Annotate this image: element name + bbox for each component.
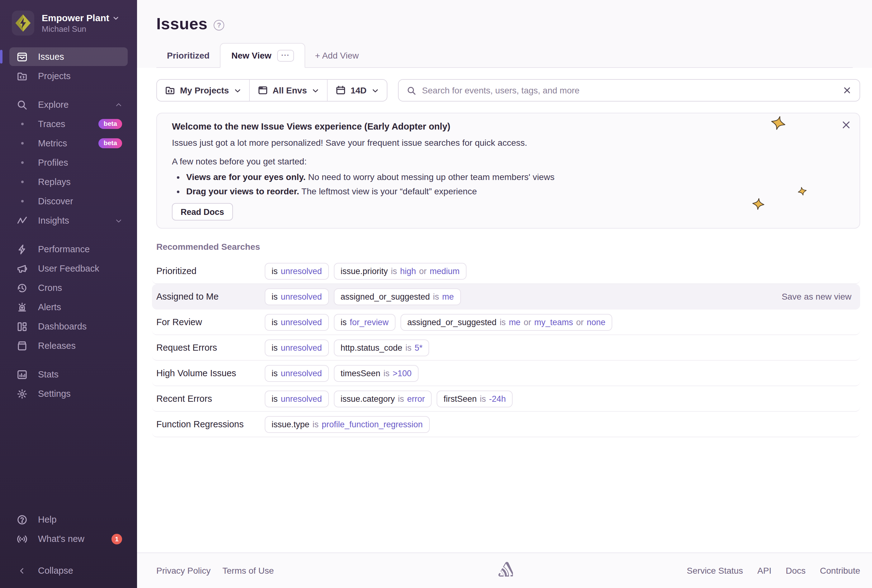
query-token-pill: isfor_review: [334, 314, 396, 330]
sidebar-item-whats-new[interactable]: What's new1: [9, 530, 128, 548]
sidebar-item-user-feedback[interactable]: User Feedback: [9, 259, 128, 278]
sidebar-item-label: Help: [38, 514, 57, 525]
user-name: Michael Sun: [42, 24, 119, 34]
footer-link[interactable]: API: [757, 566, 772, 576]
sidebar-item-label: Projects: [38, 71, 71, 81]
footer-links-right: Service StatusAPIDocsContribute: [687, 566, 860, 576]
sidebar-item-projects[interactable]: Projects: [9, 67, 128, 86]
tab-prioritized[interactable]: Prioritized: [156, 43, 220, 67]
query-token: is: [391, 266, 397, 276]
banner-bullet: Views are for your eyes only. No need to…: [186, 171, 845, 183]
query-token-pill: timesSeenis>100: [334, 365, 418, 381]
banner-notes: Views are for your eyes only. No need to…: [186, 171, 845, 198]
footer-link[interactable]: Service Status: [687, 566, 743, 576]
sidebar-item-explore[interactable]: Explore: [9, 95, 128, 114]
sidebar-item-profiles[interactable]: Profiles: [9, 153, 128, 172]
query-token: is: [271, 368, 278, 378]
org-switcher[interactable]: Empower Plant Michael Sun: [0, 0, 137, 43]
sidebar-item-alerts[interactable]: Alerts: [9, 298, 128, 316]
search-name: High Volume Issues: [156, 368, 265, 378]
query-token: is: [271, 292, 278, 301]
sidebar-item-settings[interactable]: Settings: [9, 384, 128, 403]
sidebar-nav: IssuesProjectsExploreTracesbetaMetricsbe…: [0, 47, 137, 404]
beta-badge: beta: [99, 119, 122, 129]
query-token-pill: issue.priorityishighormedium: [334, 262, 466, 279]
recommended-search-row[interactable]: Function Regressionsissue.typeisprofile_…: [152, 412, 860, 437]
lightning-icon: [17, 244, 27, 255]
query-token-pill: isunresolved: [265, 390, 329, 407]
sidebar-item-label: What's new: [38, 534, 84, 544]
help-icon[interactable]: ?: [214, 20, 224, 30]
sidebar-item-label: Issues: [38, 52, 64, 62]
sidebar-item-replays[interactable]: Replays: [9, 172, 128, 191]
sidebar-item-label: Discover: [38, 196, 73, 206]
recommended-search-row[interactable]: Assigned to Meisunresolvedassigned_or_su…: [152, 284, 860, 310]
footer-link[interactable]: Docs: [786, 566, 806, 576]
add-view-button[interactable]: + Add View: [305, 43, 369, 67]
query-token: is: [499, 317, 506, 327]
banner-line2: A few notes before you get started:: [172, 154, 845, 169]
banner-close-icon[interactable]: [842, 120, 851, 129]
footer-link[interactable]: Terms of Use: [222, 566, 274, 576]
search-icon: [17, 99, 27, 110]
search-name: Assigned to Me: [156, 291, 265, 302]
chevron-down-icon: [234, 87, 241, 94]
banner-line1: Issues just got a lot more personalized!…: [172, 136, 845, 150]
footer-links-left: Privacy PolicyTerms of Use: [156, 566, 274, 576]
sidebar-item-collapse[interactable]: Collapse: [9, 561, 128, 580]
query-token-pill: assigned_or_suggestedisme: [334, 288, 461, 305]
date-filter-button[interactable]: 14D: [327, 80, 387, 101]
recommended-search-row[interactable]: Prioritizedisunresolvedissue.priorityish…: [152, 258, 860, 284]
help-icon: [17, 514, 27, 525]
recommended-search-row[interactable]: Recent Errorsisunresolvedissue.categoryi…: [152, 386, 860, 412]
sidebar-item-label: Performance: [38, 244, 90, 254]
beta-badge: beta: [99, 138, 122, 148]
query-token: profile_function_regression: [322, 420, 423, 429]
recommended-search-row[interactable]: High Volume IssuesisunresolvedtimesSeeni…: [152, 361, 860, 386]
app: Empower Plant Michael Sun IssuesProjects…: [0, 0, 872, 588]
sidebar-item-issues[interactable]: Issues: [9, 47, 128, 66]
sidebar-item-discover[interactable]: Discover: [9, 192, 128, 210]
bullet-icon: [17, 138, 27, 148]
environment-filter-button[interactable]: All Envs: [249, 80, 327, 101]
query-token-pill: isunresolved: [265, 365, 329, 381]
empower-plant-logo: [15, 14, 31, 32]
sidebar-item-traces[interactable]: Tracesbeta: [9, 115, 128, 133]
sidebar-item-releases[interactable]: Releases: [9, 336, 128, 355]
footer-link[interactable]: Privacy Policy: [156, 566, 211, 576]
sidebar-item-label: Alerts: [38, 302, 61, 312]
clear-search-icon[interactable]: [843, 86, 851, 94]
megaphone-icon: [17, 263, 27, 274]
sidebar-item-performance[interactable]: Performance: [9, 240, 128, 258]
chevron-down-icon: [113, 15, 119, 21]
sidebar-item-stats[interactable]: Stats: [9, 365, 128, 384]
query-token: -24h: [489, 394, 506, 404]
query-token: or: [523, 317, 531, 327]
recommended-search-row[interactable]: For Reviewisunresolvedisfor_reviewassign…: [152, 310, 860, 335]
save-as-new-view-button[interactable]: Save as new view: [782, 291, 854, 302]
page-title: Issues: [156, 14, 207, 34]
tab-options-icon[interactable]: ⋯: [277, 50, 294, 62]
bullet-icon: [17, 196, 27, 207]
sidebar-item-label: User Feedback: [38, 264, 99, 273]
query-pills: isunresolvedhttp.status_codeis5*: [265, 339, 430, 356]
query-token: issue.type: [271, 420, 310, 429]
sidebar-item-dashboards[interactable]: Dashboards: [9, 317, 128, 336]
tab-new-view[interactable]: New View ⋯: [220, 43, 305, 68]
content: My Projects All Envs 14D: [137, 68, 872, 552]
view-tabs: Prioritized New View ⋯ + Add View: [156, 43, 853, 68]
sidebar-item-metrics[interactable]: Metricsbeta: [9, 134, 128, 153]
broadcast-icon: [17, 534, 27, 544]
projects-icon: [165, 86, 175, 95]
query-pills: isunresolvedassigned_or_suggestedisme: [265, 288, 461, 305]
sidebar-item-help[interactable]: Help: [9, 510, 128, 529]
read-docs-button[interactable]: Read Docs: [172, 203, 233, 220]
sidebar-item-insights[interactable]: Insights: [9, 211, 128, 230]
sidebar-item-crons[interactable]: Crons: [9, 278, 128, 297]
search-name: Prioritized: [156, 266, 265, 276]
query-token: is: [271, 317, 278, 327]
search-input[interactable]: [422, 86, 836, 95]
recommended-search-row[interactable]: Request Errorsisunresolvedhttp.status_co…: [152, 335, 860, 361]
project-filter-button[interactable]: My Projects: [157, 80, 249, 101]
footer-link[interactable]: Contribute: [820, 566, 860, 576]
